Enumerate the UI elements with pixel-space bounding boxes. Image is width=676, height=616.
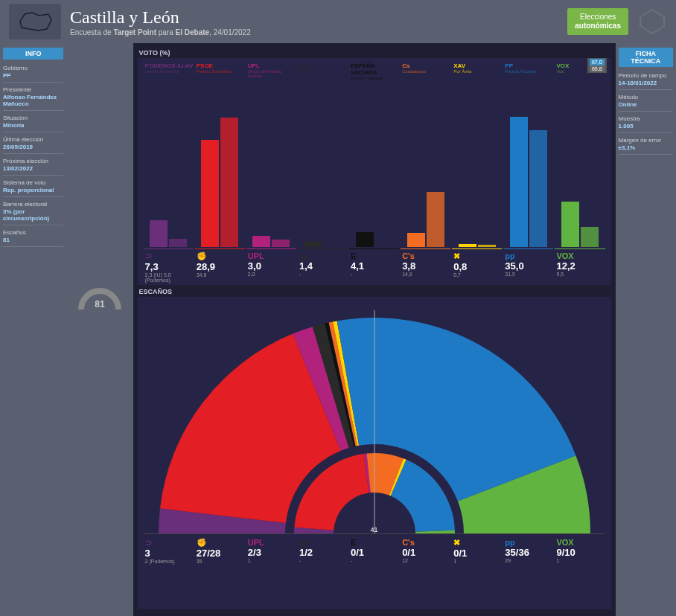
side-item: MétodoOnline <box>619 92 673 112</box>
vote-bar-prev <box>427 192 444 248</box>
seat-cell: ⊃32 (Podemos) <box>144 536 194 564</box>
vote-cell: ✊28,934,8 <box>195 248 245 283</box>
vote-bar-prev <box>581 227 599 248</box>
party-column: UPLUnión del Pueblo Leonés <box>246 61 296 247</box>
seat-cell: pp35/3629 <box>503 536 553 564</box>
seats-gauge-column: 81 <box>66 43 133 616</box>
vote-bar-now <box>201 140 219 248</box>
vote-bar-now <box>459 244 476 247</box>
header-bar: Castilla y León Encuesta de Target Point… <box>0 0 676 43</box>
seat-cell: UPL2/31 <box>246 536 296 564</box>
vote-cell: ⊃7,32,3 (IU) 5,0 (Podemos) <box>144 248 194 283</box>
party-column: SYSoria ¡Ya! <box>298 61 348 247</box>
vote-cell: ✖0,80,7 <box>452 248 502 283</box>
vote-cell: UPL3,02,0 <box>246 248 296 283</box>
seats-chart-panel: 41 ⊃32 (Podemos)✊27/2835UPL2/31sy1/2-E0/… <box>138 297 611 609</box>
party-column: ESPAÑA VACIADAEspaña Vaciada <box>349 61 399 247</box>
vote-bar-now <box>252 236 270 247</box>
voto-label: VOTO (%) <box>139 49 611 57</box>
vote-chart-panel: 67,0 65,8 PODEMOS-IU-AVUnidas Podemos PS… <box>138 58 611 285</box>
site-logo: electograph <box>637 7 667 36</box>
ficha-header: FICHA TÉCNICA <box>619 48 673 67</box>
vote-cell: E4,1- <box>349 248 399 283</box>
side-item: Margen de error±3,1% <box>619 135 673 155</box>
vote-bar-now <box>150 220 168 248</box>
side-item: GobiernoPP <box>3 62 63 83</box>
vote-cell: C's3,814,9 <box>401 248 450 283</box>
seat-cell: C's0/112 <box>401 536 450 564</box>
svg-marker-0 <box>640 10 664 33</box>
side-item: Próxima elección13/02/2022 <box>3 155 63 176</box>
subtitle: Encuesta de Target Point para El Debate,… <box>70 28 567 36</box>
seat-cell: VOX9/101 <box>555 536 605 564</box>
seat-cell: ✊27/2835 <box>195 536 245 564</box>
side-item: Periodo de campo14-18/01/2022 <box>619 70 673 90</box>
vote-bar-now <box>304 242 322 247</box>
vote-bar-prev <box>272 240 290 247</box>
party-column: PPPartido Popular <box>503 61 553 247</box>
vote-cell: sy1,4- <box>298 248 348 283</box>
party-column: XAVPor Ávila <box>452 61 502 247</box>
info-sidebar: INFO GobiernoPPPresidenteAlfonso Fernánd… <box>0 43 66 616</box>
side-item: Última elección26/05/2019 <box>3 134 63 154</box>
party-column: PODEMOS-IU-AVUnidas Podemos <box>144 61 194 247</box>
majority-marker: 41 <box>371 526 378 533</box>
vote-cell: pp35,031,5 <box>503 248 553 283</box>
total-seats: 81 <box>95 299 104 309</box>
party-column: PSOEPartido Socialista <box>195 61 245 247</box>
side-item: PresidenteAlfonso Fernández Mañueco <box>3 84 63 111</box>
party-column: CsCiudadanos <box>401 61 450 247</box>
vote-bar-prev <box>478 245 496 248</box>
page-title: Castilla y León <box>70 7 567 28</box>
side-item: Barrera electoral3% (por circunscripción… <box>3 199 63 225</box>
vote-bar-now <box>561 202 579 247</box>
side-item: SituaciónMinoría <box>3 112 63 132</box>
title-block: Castilla y León Encuesta de Target Point… <box>70 7 567 36</box>
vote-bar-now <box>356 232 374 248</box>
vote-bar-prev <box>529 130 547 248</box>
side-item: Muestra1.005 <box>619 113 673 133</box>
vote-bar-now <box>510 117 528 247</box>
svg-text:electograph: electograph <box>639 35 666 36</box>
region-map-thumb <box>9 4 61 39</box>
seat-cell: ✖0/11 <box>452 536 502 564</box>
election-type-badge: Elecciones autonómicas <box>567 8 628 35</box>
vote-bar-now <box>407 233 425 247</box>
vote-bar-prev <box>220 118 238 247</box>
side-item: Escaños81 <box>3 227 63 247</box>
escanos-label: ESCAÑOS <box>139 288 611 295</box>
ficha-sidebar: FICHA TÉCNICA Periodo de campo14-18/01/2… <box>616 43 676 616</box>
party-column: VOXVox <box>555 61 605 247</box>
vote-cell: VOX12,25,5 <box>555 248 605 283</box>
seat-cell: E0/1- <box>349 536 399 564</box>
vote-bar-prev <box>169 239 187 248</box>
info-header: INFO <box>3 48 63 60</box>
side-item: Sistema de votoRep. proporcional <box>3 177 63 197</box>
seat-cell: sy1/2- <box>298 536 348 564</box>
